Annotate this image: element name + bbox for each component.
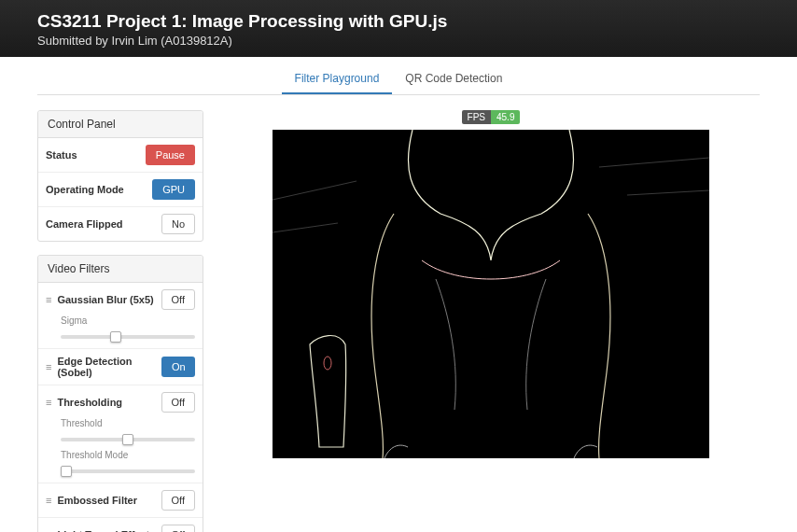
filter-toggle-button[interactable]: On [161,357,195,377]
param-slider[interactable] [61,335,195,339]
filter-name-label: Embossed Filter [57,495,137,506]
status-label: Status [46,149,77,161]
filter-toggle-button[interactable]: Off [161,289,195,310]
drag-handle-icon[interactable]: ≡ [46,496,51,506]
filter-head: ≡Embossed FilterOff [46,490,195,511]
filter-name-label: Thresholding [57,397,122,408]
page-title: CS3211 Project 1: Image Processing with … [37,11,760,32]
fps-value: 45.9 [491,110,520,124]
param-slider[interactable] [61,438,195,441]
control-panel: Control Panel Status Pause Operating Mod… [37,110,203,242]
mode-label: Operating Mode [46,184,124,195]
flip-toggle-button[interactable]: No [161,214,195,234]
app-header: CS3211 Project 1: Image Processing with … [0,0,797,57]
filter-param: Sigma [46,315,195,342]
fps-badge: FPS 45.9 [462,110,521,124]
filter-toggle-button[interactable]: Off [161,490,195,511]
filter-block: ≡ThresholdingOffThresholdThreshold Mode [38,385,203,483]
param-label: Threshold [61,418,195,428]
pause-button[interactable]: Pause [146,145,195,165]
tab-qr-detection[interactable]: QR Code Detection [392,64,515,94]
filter-param: Threshold Mode [46,450,195,476]
flip-label: Camera Flipped [46,218,123,230]
filter-head: ≡Gaussian Blur (5x5)Off [46,289,195,310]
control-panel-title: Control Panel [38,111,203,138]
filter-block: ≡Embossed FilterOff [38,483,203,518]
filter-param: Threshold [46,418,195,444]
filter-toggle-button[interactable]: Off [161,392,195,413]
filter-head: ≡Light Tunnel EffectOff [46,525,195,532]
tab-bar: Filter Playground QR Code Detection [37,57,760,95]
video-filters-title: Video Filters [38,256,203,283]
drag-handle-icon[interactable]: ≡ [46,295,51,305]
param-label: Sigma [61,315,195,326]
filter-head: ≡Edge Detection (Sobel)On [46,356,195,378]
drag-handle-icon[interactable]: ≡ [46,362,51,372]
param-label: Threshold Mode [61,450,195,460]
gpu-toggle-button[interactable]: GPU [152,179,195,200]
filter-block: ≡Edge Detection (Sobel)On [38,349,203,385]
video-output [273,130,709,458]
drag-handle-icon[interactable]: ≡ [46,398,51,408]
filter-toggle-button[interactable]: Off [161,525,195,532]
filter-block: ≡Gaussian Blur (5x5)OffSigma [38,283,203,349]
filter-head: ≡ThresholdingOff [46,392,195,413]
tab-filter-playground[interactable]: Filter Playground [282,64,393,94]
page-subtitle: Submitted by Irvin Lim (A0139812A) [37,34,760,48]
video-filters-panel: Video Filters ≡Gaussian Blur (5x5)OffSig… [37,255,203,532]
filter-block: ≡Light Tunnel EffectOffRadius [38,518,203,532]
filter-name-label: Edge Detection (Sobel) [57,356,161,378]
param-slider[interactable] [61,469,195,473]
fps-label: FPS [462,110,491,124]
filter-name-label: Gaussian Blur (5x5) [57,294,153,305]
svg-rect-0 [273,130,709,458]
